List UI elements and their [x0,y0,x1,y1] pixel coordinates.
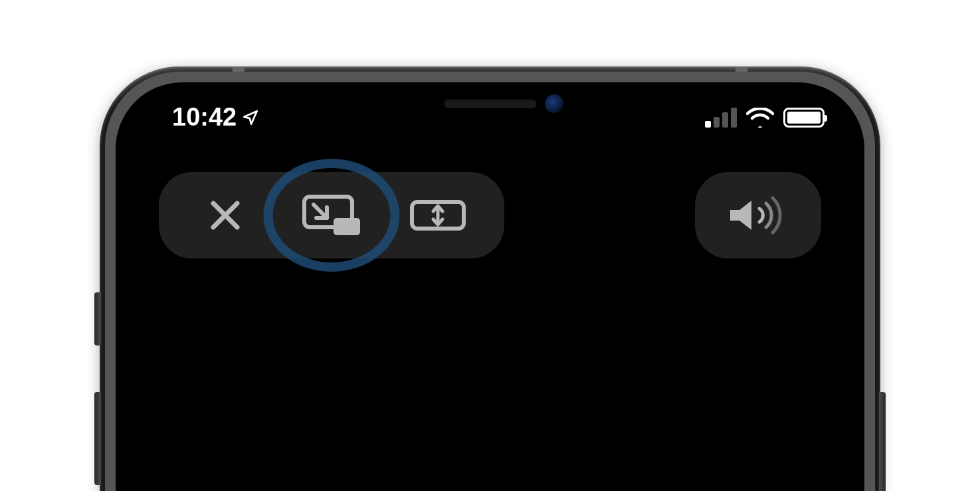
battery-icon [783,108,825,128]
video-controls [116,136,864,258]
cellular-signal-icon [705,108,737,128]
location-icon [242,109,259,126]
pip-button[interactable] [278,172,385,258]
side-button-mute [94,292,101,345]
aspect-ratio-button[interactable] [385,172,491,258]
player-controls-right [695,172,821,258]
player-controls-left [159,172,504,258]
status-right [705,108,825,128]
antenna-band [735,66,747,72]
svg-rect-3 [334,218,360,235]
phone-frame: 10:42 [100,66,880,491]
speaker-grille [444,99,537,108]
volume-button[interactable] [695,172,821,258]
side-button-power [879,392,886,491]
antenna-band [233,66,245,72]
notch [331,82,650,125]
screen: 10:42 [116,82,864,491]
close-button[interactable] [172,172,278,258]
status-left: 10:42 [172,103,259,132]
front-camera [545,94,563,113]
status-time: 10:42 [172,103,237,132]
wifi-icon [746,108,774,128]
side-button-volume-up [94,392,101,485]
